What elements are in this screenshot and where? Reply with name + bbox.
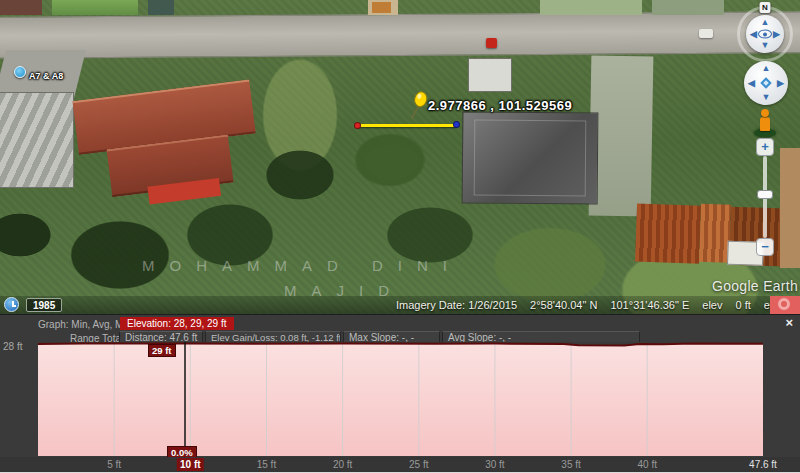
- measurement-line[interactable]: [358, 124, 457, 127]
- x-tick-label: 10 ft: [177, 458, 204, 471]
- time-label: 1985: [26, 298, 62, 312]
- pegman-body: [760, 117, 770, 131]
- white-shed: [468, 58, 512, 92]
- x-tick-label: 35 ft: [558, 458, 583, 471]
- close-panel-button[interactable]: ×: [785, 316, 793, 329]
- elev-value: 0 ft: [735, 299, 750, 311]
- clock-icon: [4, 297, 19, 312]
- look-right-arrow[interactable]: ▶: [773, 30, 780, 39]
- look-down-arrow[interactable]: ▼: [761, 41, 770, 50]
- elevation-chart[interactable]: [38, 342, 763, 457]
- marker-elevation-badge: 29 ft: [148, 344, 176, 357]
- rooftop: [652, 0, 724, 15]
- x-tick-label: 25 ft: [406, 458, 431, 471]
- rooftop: [540, 0, 642, 15]
- x-tick-label: 15 ft: [254, 458, 279, 471]
- x-tick-label: 47.6 ft: [746, 458, 780, 471]
- placemark-a7-a8[interactable]: A7 & A8: [14, 66, 63, 81]
- status-bar: 1985 Imagery Date: 1/26/2015 2°58'40.04"…: [0, 296, 800, 314]
- zoom-out-button[interactable]: −: [756, 238, 774, 256]
- placemark-label: A7 & A8: [29, 71, 63, 81]
- zoom-slider[interactable]: + −: [756, 138, 774, 256]
- rooftop: [148, 0, 174, 15]
- elevation-profile-panel: × Graph: Min, Avg, Max Elevation: 28, 29…: [0, 314, 800, 473]
- look-joystick[interactable]: N ▲ ▼ ◀ ▶: [737, 6, 793, 62]
- rooftop: [0, 0, 42, 15]
- dirt-strip: [780, 148, 800, 268]
- rooftop: [52, 0, 138, 15]
- look-left-arrow[interactable]: ◀: [750, 30, 757, 39]
- x-tick-label: 40 ft: [635, 458, 660, 471]
- red-car: [486, 38, 497, 48]
- satellite-map[interactable]: A7 & A8 2.977866 , 101.529569 MOHAMMAD D…: [0, 0, 800, 314]
- x-axis: 5 ft10 ft15 ft20 ft25 ft30 ft35 ft40 ft4…: [0, 457, 800, 472]
- measure-start-point[interactable]: [354, 122, 361, 129]
- eye-icon: [758, 30, 772, 39]
- globe-spinner-icon: [770, 296, 800, 314]
- house-roof-red: [71, 70, 263, 213]
- imagery-date: Imagery Date: 1/26/2015: [396, 299, 517, 311]
- move-center-icon: [760, 77, 771, 88]
- google-earth-window: A7 & A8 2.977866 , 101.529569 MOHAMMAD D…: [0, 0, 800, 473]
- road: [0, 11, 800, 59]
- elevation-summary-badge: Elevation: 28, 29, 29 ft: [120, 317, 234, 330]
- longitude-value: 101°31'46.36" E: [610, 299, 689, 311]
- move-up-arrow[interactable]: ▲: [762, 64, 771, 73]
- time-slider-chip[interactable]: 1985: [4, 297, 62, 312]
- zoom-handle[interactable]: [757, 190, 773, 199]
- house-roof-gray-left: [0, 92, 74, 188]
- look-up-arrow[interactable]: ▲: [761, 18, 770, 27]
- x-tick-label: 5 ft: [104, 458, 124, 471]
- move-down-arrow[interactable]: ▼: [762, 93, 771, 102]
- driveway: [589, 55, 654, 216]
- elev-label: elev: [702, 299, 722, 311]
- zoom-in-button[interactable]: +: [756, 138, 774, 156]
- google-earth-logo: Google Earth: [712, 278, 798, 294]
- x-tick-label: 20 ft: [330, 458, 355, 471]
- measure-end-point[interactable]: [453, 121, 460, 128]
- move-right-arrow[interactable]: ▶: [777, 79, 784, 88]
- pegman-head: [761, 109, 769, 117]
- x-tick-label: 30 ft: [482, 458, 507, 471]
- house-roof-dark: [462, 111, 599, 204]
- watermark-line1: MOHAMMAD DINI: [142, 257, 462, 274]
- move-joystick[interactable]: ▲ ▼ ◀ ▶: [744, 61, 788, 105]
- compass-north-button[interactable]: N: [760, 2, 771, 13]
- placemark-icon: [14, 66, 26, 78]
- latitude-value: 2°58'40.04" N: [530, 299, 597, 311]
- pegman-street-view[interactable]: [753, 109, 777, 137]
- coordinate-label: 2.977866 , 101.529569: [428, 98, 572, 113]
- rooftop: [372, 2, 391, 13]
- look-disc[interactable]: ▲ ▼ ◀ ▶: [746, 15, 784, 53]
- white-car: [699, 29, 713, 38]
- elevation-profile-plot: [38, 342, 763, 457]
- y-axis-label: 28 ft: [3, 341, 22, 352]
- move-left-arrow[interactable]: ◀: [748, 79, 755, 88]
